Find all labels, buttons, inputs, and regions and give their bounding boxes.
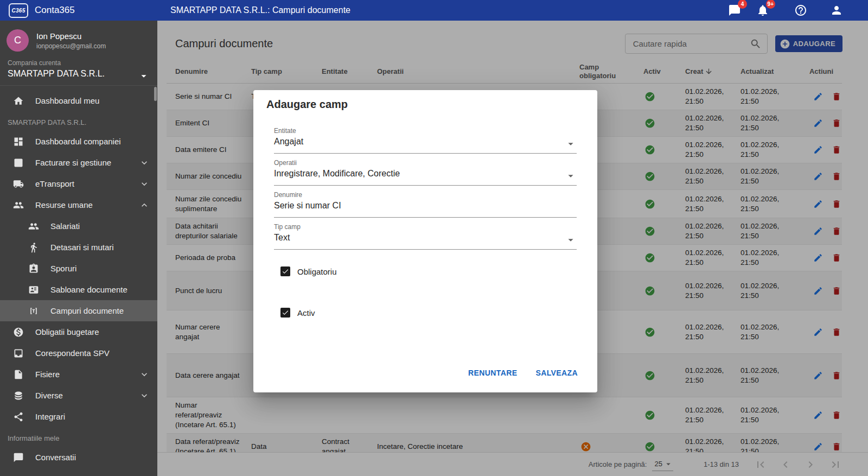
sidebar-section-informatiile-mele: Informatiile mele — [0, 427, 157, 447]
dropdown-arrow-icon — [565, 170, 577, 182]
field-label: Entitate — [274, 127, 577, 135]
textfield-icon — [28, 306, 39, 316]
sidebar-item-conversatii[interactable]: Conversatii — [0, 447, 157, 468]
messages-button[interactable]: 4 — [728, 3, 742, 17]
dropdown-arrow-icon — [565, 138, 577, 150]
walk-icon — [28, 242, 39, 253]
chevron-down-icon — [139, 390, 150, 401]
dropdown-arrow-icon — [565, 234, 577, 246]
checkbox-obligatoriu[interactable]: Obligatoriu — [280, 266, 584, 277]
topbar: C365 Conta365 SMARTAPP DATA S.R.L.: Camp… — [0, 0, 868, 21]
chevron-down-icon — [139, 179, 150, 189]
sidebar-item-salariati[interactable]: Salariati — [0, 215, 157, 237]
people-icon — [13, 200, 24, 211]
app-logo[interactable]: C365 — [9, 3, 28, 18]
sidebar-item-sabloane-documente[interactable]: Sabloane documente — [0, 279, 157, 300]
messages-badge: 4 — [738, 0, 747, 9]
company-name: SMARTAPP DATA S.R.L. — [8, 69, 136, 79]
truck-icon — [13, 179, 24, 189]
sidebar-item-dashboardul-companiei[interactable]: Dashboardul companiei — [0, 131, 157, 152]
entitate-value: Angajat — [274, 137, 303, 146]
dialog-actions: RENUNTARE SALVEAZA — [266, 364, 584, 392]
file-icon — [13, 369, 24, 380]
sidebar-item-campuri-documente[interactable]: Campuri documente — [0, 300, 157, 321]
sidebar-item-obligatii-bugetare[interactable]: Obligatii bugetare — [0, 321, 157, 342]
denumire-textbox[interactable] — [274, 199, 577, 218]
checkbox-checked-icon — [280, 266, 290, 276]
field-label: Tip camp — [274, 223, 577, 231]
money-icon — [13, 327, 24, 338]
field-operatii: OperatiiInregistrare, Modificare, Corect… — [274, 159, 577, 186]
company-label: Compania curenta — [8, 59, 136, 67]
help-button[interactable] — [794, 3, 808, 17]
chevron-down-icon — [138, 70, 150, 82]
company-selector[interactable]: Compania curenta SMARTAPP DATA S.R.L. — [0, 57, 157, 86]
field-entitate: EntitateAngajat — [274, 127, 577, 154]
operatii-select[interactable]: Inregistrare, Modificare, Corectie — [274, 167, 577, 186]
account-button[interactable] — [830, 3, 844, 17]
chat-icon — [13, 452, 24, 463]
brand-area: C365 Conta365 — [0, 3, 157, 18]
sidebar-section-smartapp-data-s-r-l: SMARTAPP DATA S.R.L. — [0, 111, 157, 131]
sidebar-item-facturare-si-gestiune[interactable]: Facturare si gestiune — [0, 152, 157, 173]
user-email: ionpopescu@gmail.com — [36, 42, 106, 50]
chevron-down-icon — [139, 157, 150, 168]
home-icon — [13, 96, 24, 106]
tip-camp-select[interactable]: Text — [274, 231, 577, 250]
sidebar: C Ion Popescu ionpopescu@gmail.com Compa… — [0, 21, 157, 476]
dialog-form: EntitateAngajatOperatiiInregistrare, Mod… — [274, 127, 577, 255]
avatar: C — [7, 29, 29, 52]
window-title: SMARTAPP DATA S.R.L.: Campuri documente — [170, 5, 728, 15]
add-camp-dialog: Adaugare camp EntitateAngajatOperatiiInr… — [253, 90, 597, 392]
chevron-down-icon — [139, 369, 150, 380]
field-tip-camp: Tip campText — [274, 223, 577, 250]
notifications-button[interactable]: 9+ — [756, 3, 770, 17]
denumire-input[interactable] — [274, 201, 563, 211]
field-denumire: Denumire — [274, 191, 577, 218]
chevron-up-icon — [139, 200, 150, 211]
dialog-checkboxes: ObligatoriuActiv — [280, 266, 584, 348]
badge-icon — [28, 263, 39, 274]
user-name: Ion Popescu — [36, 31, 106, 41]
sidebar-nav: Dashboardul meuSMARTAPP DATA S.R.L.Dashb… — [0, 86, 157, 468]
field-label: Operatii — [274, 159, 577, 167]
sidebar-item-detasari-si-mutari[interactable]: Detasari si mutari — [0, 237, 157, 258]
sidebar-item-dashboardul-meu[interactable]: Dashboardul meu — [0, 90, 157, 111]
tip-camp-value: Text — [274, 233, 290, 242]
inbox-icon — [13, 348, 24, 359]
database-icon — [13, 390, 24, 401]
sidebar-item-corespondenta-spv[interactable]: Corespondenta SPV — [0, 342, 157, 364]
sidebar-item-resurse-umane[interactable]: Resurse umane — [0, 194, 157, 215]
person-icon — [830, 4, 843, 17]
entitate-select[interactable]: Angajat — [274, 135, 577, 154]
save-button[interactable]: SALVEAZA — [533, 364, 580, 382]
topbar-actions: 49+ — [728, 3, 868, 17]
card-icon — [28, 284, 39, 295]
sidebar-item-diverse[interactable]: Diverse — [0, 385, 157, 406]
sidebar-item-integrari[interactable]: Integrari — [0, 406, 157, 427]
checkbox-checked-icon — [280, 308, 290, 318]
user-profile[interactable]: C Ion Popescu ionpopescu@gmail.com — [0, 21, 157, 57]
cancel-button[interactable]: RENUNTARE — [466, 364, 519, 382]
sidebar-item-fisiere[interactable]: Fisiere — [0, 364, 157, 385]
notifications-badge: 9+ — [766, 0, 775, 9]
brand-name: Conta365 — [35, 5, 75, 16]
app-root: C365 Conta365 SMARTAPP DATA S.R.L.: Camp… — [0, 0, 868, 476]
people-icon — [28, 221, 39, 232]
dialog-title: Adaugare camp — [266, 98, 584, 111]
share-icon — [13, 411, 24, 422]
help-icon — [794, 4, 807, 17]
sidebar-item-etransport[interactable]: eTransport — [0, 173, 157, 194]
square-icon — [13, 157, 24, 168]
checkbox-activ[interactable]: Activ — [280, 307, 584, 318]
field-label: Denumire — [274, 191, 577, 199]
dashboard-icon — [13, 136, 24, 147]
sidebar-item-sporuri[interactable]: Sporuri — [0, 258, 157, 279]
operatii-value: Inregistrare, Modificare, Corectie — [274, 169, 400, 178]
